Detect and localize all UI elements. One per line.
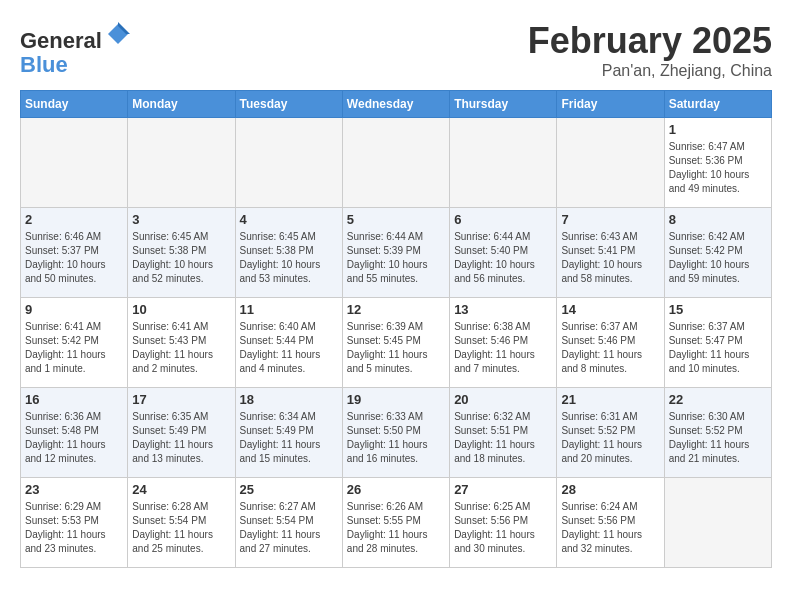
day-number: 11 — [240, 302, 338, 317]
calendar-day-cell: 20Sunrise: 6:32 AM Sunset: 5:51 PM Dayli… — [450, 388, 557, 478]
calendar-day-header: Monday — [128, 91, 235, 118]
calendar-day-cell: 16Sunrise: 6:36 AM Sunset: 5:48 PM Dayli… — [21, 388, 128, 478]
title-section: February 2025 Pan'an, Zhejiang, China — [528, 20, 772, 80]
calendar-day-cell: 24Sunrise: 6:28 AM Sunset: 5:54 PM Dayli… — [128, 478, 235, 568]
calendar-day-cell: 17Sunrise: 6:35 AM Sunset: 5:49 PM Dayli… — [128, 388, 235, 478]
day-info: Sunrise: 6:45 AM Sunset: 5:38 PM Dayligh… — [132, 230, 230, 286]
day-info: Sunrise: 6:45 AM Sunset: 5:38 PM Dayligh… — [240, 230, 338, 286]
day-number: 10 — [132, 302, 230, 317]
day-number: 28 — [561, 482, 659, 497]
calendar-day-cell — [128, 118, 235, 208]
calendar-day-cell — [450, 118, 557, 208]
day-info: Sunrise: 6:24 AM Sunset: 5:56 PM Dayligh… — [561, 500, 659, 556]
calendar-day-cell — [664, 478, 771, 568]
day-number: 18 — [240, 392, 338, 407]
calendar-day-cell: 13Sunrise: 6:38 AM Sunset: 5:46 PM Dayli… — [450, 298, 557, 388]
day-info: Sunrise: 6:30 AM Sunset: 5:52 PM Dayligh… — [669, 410, 767, 466]
day-info: Sunrise: 6:41 AM Sunset: 5:43 PM Dayligh… — [132, 320, 230, 376]
day-info: Sunrise: 6:34 AM Sunset: 5:49 PM Dayligh… — [240, 410, 338, 466]
day-number: 17 — [132, 392, 230, 407]
day-info: Sunrise: 6:39 AM Sunset: 5:45 PM Dayligh… — [347, 320, 445, 376]
day-info: Sunrise: 6:36 AM Sunset: 5:48 PM Dayligh… — [25, 410, 123, 466]
logo-general-text: General — [20, 28, 102, 53]
calendar-day-cell: 5Sunrise: 6:44 AM Sunset: 5:39 PM Daylig… — [342, 208, 449, 298]
calendar-day-cell: 2Sunrise: 6:46 AM Sunset: 5:37 PM Daylig… — [21, 208, 128, 298]
calendar-day-cell: 1Sunrise: 6:47 AM Sunset: 5:36 PM Daylig… — [664, 118, 771, 208]
day-info: Sunrise: 6:38 AM Sunset: 5:46 PM Dayligh… — [454, 320, 552, 376]
day-info: Sunrise: 6:37 AM Sunset: 5:47 PM Dayligh… — [669, 320, 767, 376]
day-info: Sunrise: 6:35 AM Sunset: 5:49 PM Dayligh… — [132, 410, 230, 466]
calendar-day-cell: 19Sunrise: 6:33 AM Sunset: 5:50 PM Dayli… — [342, 388, 449, 478]
calendar-day-cell: 12Sunrise: 6:39 AM Sunset: 5:45 PM Dayli… — [342, 298, 449, 388]
day-info: Sunrise: 6:46 AM Sunset: 5:37 PM Dayligh… — [25, 230, 123, 286]
page-header: General Blue February 2025 Pan'an, Zheji… — [20, 20, 772, 80]
day-info: Sunrise: 6:43 AM Sunset: 5:41 PM Dayligh… — [561, 230, 659, 286]
day-number: 6 — [454, 212, 552, 227]
day-number: 16 — [25, 392, 123, 407]
day-info: Sunrise: 6:25 AM Sunset: 5:56 PM Dayligh… — [454, 500, 552, 556]
logo-icon — [104, 20, 132, 48]
calendar-week-row: 23Sunrise: 6:29 AM Sunset: 5:53 PM Dayli… — [21, 478, 772, 568]
day-number: 9 — [25, 302, 123, 317]
day-info: Sunrise: 6:28 AM Sunset: 5:54 PM Dayligh… — [132, 500, 230, 556]
day-number: 14 — [561, 302, 659, 317]
day-info: Sunrise: 6:44 AM Sunset: 5:39 PM Dayligh… — [347, 230, 445, 286]
day-number: 8 — [669, 212, 767, 227]
calendar-week-row: 9Sunrise: 6:41 AM Sunset: 5:42 PM Daylig… — [21, 298, 772, 388]
day-info: Sunrise: 6:37 AM Sunset: 5:46 PM Dayligh… — [561, 320, 659, 376]
calendar-day-cell: 10Sunrise: 6:41 AM Sunset: 5:43 PM Dayli… — [128, 298, 235, 388]
calendar-day-header: Tuesday — [235, 91, 342, 118]
day-info: Sunrise: 6:40 AM Sunset: 5:44 PM Dayligh… — [240, 320, 338, 376]
day-number: 4 — [240, 212, 338, 227]
day-number: 24 — [132, 482, 230, 497]
day-number: 3 — [132, 212, 230, 227]
day-number: 13 — [454, 302, 552, 317]
calendar-week-row: 1Sunrise: 6:47 AM Sunset: 5:36 PM Daylig… — [21, 118, 772, 208]
calendar-day-header: Sunday — [21, 91, 128, 118]
day-number: 1 — [669, 122, 767, 137]
day-info: Sunrise: 6:29 AM Sunset: 5:53 PM Dayligh… — [25, 500, 123, 556]
day-number: 2 — [25, 212, 123, 227]
calendar-week-row: 16Sunrise: 6:36 AM Sunset: 5:48 PM Dayli… — [21, 388, 772, 478]
calendar-header-row: SundayMondayTuesdayWednesdayThursdayFrid… — [21, 91, 772, 118]
calendar-day-cell: 11Sunrise: 6:40 AM Sunset: 5:44 PM Dayli… — [235, 298, 342, 388]
calendar-day-cell: 6Sunrise: 6:44 AM Sunset: 5:40 PM Daylig… — [450, 208, 557, 298]
calendar-day-cell: 4Sunrise: 6:45 AM Sunset: 5:38 PM Daylig… — [235, 208, 342, 298]
calendar-day-cell: 25Sunrise: 6:27 AM Sunset: 5:54 PM Dayli… — [235, 478, 342, 568]
calendar-day-cell: 23Sunrise: 6:29 AM Sunset: 5:53 PM Dayli… — [21, 478, 128, 568]
day-number: 22 — [669, 392, 767, 407]
day-info: Sunrise: 6:41 AM Sunset: 5:42 PM Dayligh… — [25, 320, 123, 376]
day-number: 19 — [347, 392, 445, 407]
day-info: Sunrise: 6:31 AM Sunset: 5:52 PM Dayligh… — [561, 410, 659, 466]
calendar-day-header: Saturday — [664, 91, 771, 118]
calendar-day-cell — [21, 118, 128, 208]
day-info: Sunrise: 6:33 AM Sunset: 5:50 PM Dayligh… — [347, 410, 445, 466]
day-info: Sunrise: 6:27 AM Sunset: 5:54 PM Dayligh… — [240, 500, 338, 556]
location: Pan'an, Zhejiang, China — [528, 62, 772, 80]
calendar-day-cell: 8Sunrise: 6:42 AM Sunset: 5:42 PM Daylig… — [664, 208, 771, 298]
calendar-day-cell — [557, 118, 664, 208]
logo-blue-text: Blue — [20, 52, 68, 77]
calendar-day-cell: 22Sunrise: 6:30 AM Sunset: 5:52 PM Dayli… — [664, 388, 771, 478]
month-title: February 2025 — [528, 20, 772, 62]
day-info: Sunrise: 6:26 AM Sunset: 5:55 PM Dayligh… — [347, 500, 445, 556]
calendar-day-cell: 7Sunrise: 6:43 AM Sunset: 5:41 PM Daylig… — [557, 208, 664, 298]
calendar-week-row: 2Sunrise: 6:46 AM Sunset: 5:37 PM Daylig… — [21, 208, 772, 298]
day-number: 12 — [347, 302, 445, 317]
calendar-table: SundayMondayTuesdayWednesdayThursdayFrid… — [20, 90, 772, 568]
calendar-day-cell: 26Sunrise: 6:26 AM Sunset: 5:55 PM Dayli… — [342, 478, 449, 568]
logo: General Blue — [20, 20, 132, 77]
day-number: 20 — [454, 392, 552, 407]
calendar-day-header: Friday — [557, 91, 664, 118]
calendar-day-cell: 9Sunrise: 6:41 AM Sunset: 5:42 PM Daylig… — [21, 298, 128, 388]
svg-marker-0 — [108, 24, 128, 44]
day-number: 25 — [240, 482, 338, 497]
day-number: 21 — [561, 392, 659, 407]
calendar-day-cell: 21Sunrise: 6:31 AM Sunset: 5:52 PM Dayli… — [557, 388, 664, 478]
day-number: 15 — [669, 302, 767, 317]
day-info: Sunrise: 6:42 AM Sunset: 5:42 PM Dayligh… — [669, 230, 767, 286]
calendar-day-cell: 15Sunrise: 6:37 AM Sunset: 5:47 PM Dayli… — [664, 298, 771, 388]
calendar-day-cell: 27Sunrise: 6:25 AM Sunset: 5:56 PM Dayli… — [450, 478, 557, 568]
day-number: 27 — [454, 482, 552, 497]
day-number: 23 — [25, 482, 123, 497]
